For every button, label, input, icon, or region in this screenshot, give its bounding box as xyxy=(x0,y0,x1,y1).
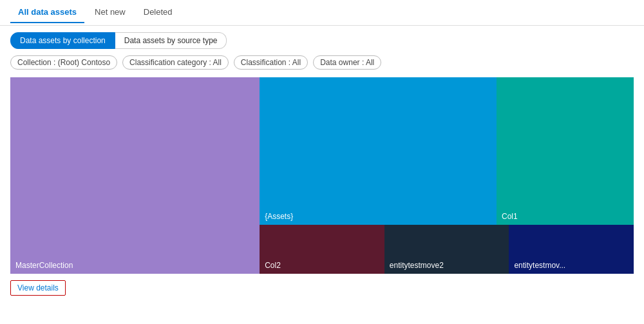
tab-deleted[interactable]: Deleted xyxy=(136,2,180,23)
filter-classification[interactable]: Classification : All xyxy=(234,55,308,70)
treemap-cell-label-assets: {Assets} xyxy=(265,212,293,221)
tab-all-data-assets[interactable]: All data assets xyxy=(10,2,84,23)
top-tabs: All data assets Net new Deleted xyxy=(0,0,644,26)
filter-collection[interactable]: Collection : (Root) Contoso xyxy=(10,55,117,70)
filter-classification-category[interactable]: Classification category : All xyxy=(122,55,229,70)
toggle-bar: Data assets by collection Data assets by… xyxy=(0,26,644,53)
treemap-cell-col1[interactable]: Col1 xyxy=(497,77,634,225)
treemap-cell-master-collection[interactable]: MasterCollection xyxy=(10,77,260,274)
filter-bar: Collection : (Root) Contoso Classificati… xyxy=(0,53,644,75)
view-details-button[interactable]: View details xyxy=(10,280,66,296)
treemap-cell-label-entitytestmov: entitytestmov... xyxy=(514,261,565,270)
view-details-bar: View details xyxy=(0,274,644,302)
toggle-by-collection[interactable]: Data assets by collection xyxy=(10,32,115,49)
toggle-by-source-type[interactable]: Data assets by source type xyxy=(115,32,227,49)
treemap-cell-label-col1: Col1 xyxy=(502,212,518,221)
treemap-cell-label-col2: Col2 xyxy=(265,261,281,270)
treemap-cell-entitytestmove2[interactable]: entitytestmove2 xyxy=(384,225,509,274)
toggle-group: Data assets by collection Data assets by… xyxy=(10,32,227,49)
treemap-cell-assets[interactable]: {Assets} xyxy=(260,77,497,225)
treemap-cell-label-master-collection: MasterCollection xyxy=(15,261,73,270)
treemap-cell-entitytestmov[interactable]: entitytestmov... xyxy=(509,225,634,274)
treemap-cell-label-entitytestmove2: entitytestmove2 xyxy=(390,261,444,270)
treemap-cell-col2[interactable]: Col2 xyxy=(260,225,384,274)
tab-net-new[interactable]: Net new xyxy=(87,2,133,23)
treemap: MasterCollection{Assets}Col1Col2entityte… xyxy=(10,77,634,274)
filter-data-owner[interactable]: Data owner : All xyxy=(313,55,381,70)
